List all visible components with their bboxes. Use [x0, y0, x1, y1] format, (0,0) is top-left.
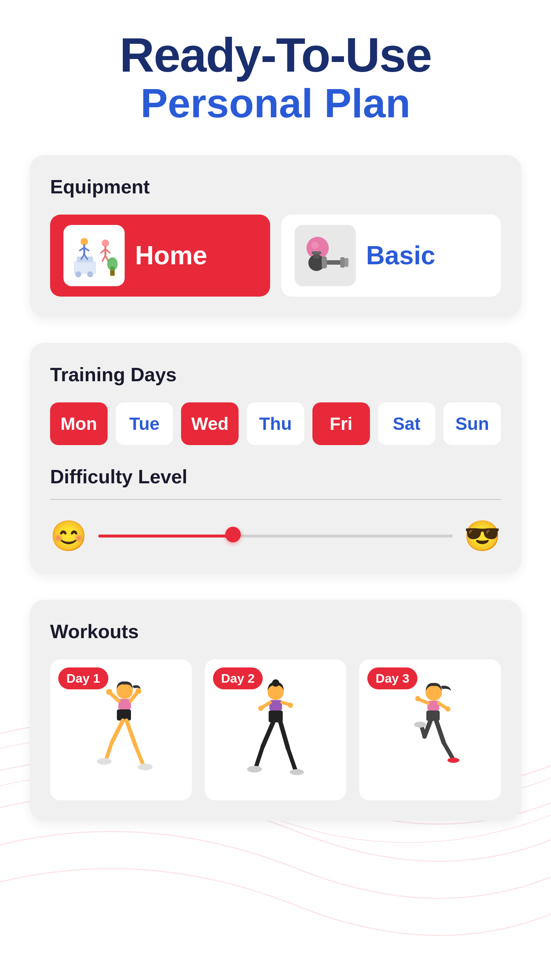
home-label: Home	[135, 240, 207, 270]
difficulty-slider[interactable]	[98, 533, 453, 539]
day-sun[interactable]: Sun	[443, 402, 501, 445]
equipment-basic-option[interactable]: Basic	[281, 215, 501, 297]
svg-point-41	[272, 679, 279, 687]
svg-point-57	[415, 696, 421, 701]
svg-point-32	[106, 689, 112, 695]
day-sat[interactable]: Sat	[378, 402, 436, 445]
basic-label: Basic	[366, 240, 436, 270]
svg-point-19	[311, 242, 319, 249]
svg-point-36	[97, 758, 112, 765]
day2-badge: Day 2	[213, 667, 263, 689]
slider-thumb[interactable]	[225, 527, 241, 542]
svg-line-64	[436, 721, 444, 743]
slider-fill	[98, 535, 233, 538]
svg-point-33	[135, 688, 141, 694]
day-tue[interactable]: Tue	[116, 402, 173, 445]
svg-line-14	[102, 256, 105, 261]
equipment-title: Equipment	[50, 176, 501, 198]
day-mon[interactable]: Mon	[50, 402, 108, 445]
svg-point-3	[87, 271, 93, 277]
svg-line-35	[106, 743, 112, 759]
svg-point-66	[448, 758, 459, 763]
difficulty-divider	[50, 499, 501, 500]
workout-day2[interactable]: Day 2	[205, 659, 346, 800]
svg-point-4	[81, 238, 88, 245]
day-thu[interactable]: Thu	[247, 402, 304, 445]
workouts-grid: Day 1	[50, 659, 501, 800]
day-wed[interactable]: Wed	[181, 402, 238, 445]
svg-line-49	[256, 746, 263, 767]
svg-rect-24	[322, 256, 327, 268]
equipment-card: Equipment	[30, 155, 521, 317]
svg-point-45	[258, 706, 264, 711]
header-line1: Ready-To-Use	[30, 30, 521, 81]
basic-icon-box	[295, 225, 356, 286]
svg-point-10	[102, 239, 109, 247]
home-icon-box	[64, 225, 125, 286]
easy-emoji: 😊	[50, 519, 87, 554]
day-fri[interactable]: Fri	[313, 402, 370, 445]
workouts-title: Workouts	[50, 620, 501, 643]
svg-point-53	[290, 769, 304, 775]
svg-line-62	[421, 726, 424, 737]
header-line2: Personal Plan	[30, 81, 521, 126]
days-row: Mon Tue Wed Thu Fri Sat Sun	[50, 402, 501, 445]
day1-badge: Day 1	[58, 667, 108, 689]
difficulty-title: Difficulty Level	[50, 466, 501, 488]
svg-line-48	[263, 722, 273, 746]
svg-point-39	[138, 764, 152, 770]
svg-point-50	[247, 766, 262, 773]
svg-line-51	[281, 722, 288, 748]
svg-line-56	[419, 699, 428, 703]
workout-day1[interactable]: Day 1	[50, 659, 192, 800]
training-title: Training Days	[50, 363, 501, 386]
workouts-card: Workouts Day 1	[30, 600, 521, 821]
svg-line-65	[444, 743, 452, 758]
workout-day3[interactable]: Day 3	[359, 659, 501, 800]
day3-badge: Day 3	[367, 667, 418, 689]
svg-rect-1	[77, 256, 93, 262]
svg-line-58	[438, 703, 447, 708]
hard-emoji: 😎	[464, 519, 501, 554]
svg-point-2	[75, 271, 81, 277]
svg-line-15	[105, 256, 108, 261]
svg-rect-26	[345, 258, 348, 267]
page-header: Ready-To-Use Personal Plan	[30, 30, 521, 126]
svg-rect-22	[312, 251, 321, 254]
svg-point-17	[107, 257, 118, 270]
svg-point-59	[445, 706, 451, 712]
svg-point-63	[414, 722, 426, 727]
svg-line-43	[262, 702, 270, 708]
equipment-options: Home	[50, 215, 501, 297]
svg-line-38	[136, 746, 143, 765]
difficulty-slider-row: 😊 😎	[50, 519, 501, 554]
svg-line-37	[127, 721, 136, 746]
training-card: Training Days Mon Tue Wed Thu Fri Sat Su…	[30, 343, 521, 574]
equipment-home-option[interactable]: Home	[50, 215, 270, 297]
svg-point-46	[288, 703, 293, 708]
svg-line-34	[112, 721, 123, 743]
svg-rect-25	[340, 257, 345, 268]
svg-line-52	[288, 748, 295, 770]
